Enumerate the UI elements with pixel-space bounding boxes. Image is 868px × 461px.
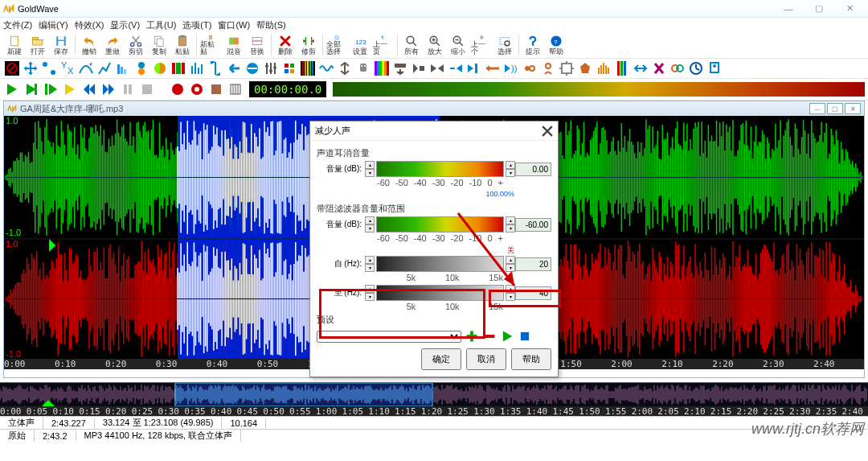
fx-voice-icon[interactable]	[539, 60, 557, 77]
fx-lowhi-icon[interactable]	[207, 60, 224, 77]
fx-bandpass-icon[interactable]	[170, 60, 187, 77]
fx-channel-icon[interactable]	[410, 60, 428, 77]
menu-view[interactable]: 显示(V)	[110, 19, 140, 31]
fx-voiceover-icon[interactable]	[706, 60, 723, 77]
fx-flanger-icon[interactable]	[317, 60, 335, 77]
to-spinner[interactable]: ▴▾	[365, 285, 375, 301]
vol-spinner[interactable]: ▴▾	[365, 161, 375, 177]
tb-selall-button[interactable]: { }全部选择	[326, 34, 348, 56]
tb-cut-button[interactable]: 剪切	[125, 34, 147, 56]
fx-param-icon[interactable]	[262, 60, 280, 77]
vol-spinner2[interactable]: ▴▾	[506, 161, 515, 177]
fx-spectrum2-icon[interactable]	[373, 60, 391, 77]
fx-eq-icon[interactable]	[188, 60, 206, 77]
fx-doppler-icon[interactable]	[77, 60, 95, 77]
bvol-spinner2[interactable]: ▴▾	[506, 216, 515, 233]
fx-shape-icon[interactable]	[576, 60, 594, 77]
menu-window[interactable]: 窗口(W)	[218, 19, 250, 31]
play-yellow-icon[interactable]	[61, 80, 79, 98]
fx-invert-icon[interactable]	[336, 60, 354, 77]
from-spinner[interactable]: ▴▾	[365, 256, 375, 272]
doc-max-button[interactable]: ▢	[827, 103, 843, 114]
menu-help[interactable]: 帮助(S)	[256, 19, 286, 31]
record-stop-icon[interactable]	[207, 80, 225, 98]
tb-zout-button[interactable]: 缩小	[447, 34, 469, 56]
volume-percent[interactable]: 100.00%	[317, 190, 514, 198]
rewind-icon[interactable]	[80, 80, 98, 98]
fx-yx-icon[interactable]: YX	[59, 60, 76, 77]
doc-min-button[interactable]: —	[809, 103, 825, 114]
pause-icon[interactable]	[119, 80, 137, 98]
fx-volshape-icon[interactable]: ))	[502, 60, 520, 77]
from-spinner2[interactable]: ▴▾	[506, 256, 515, 272]
from-value[interactable]: 20	[515, 257, 551, 271]
fx-mixer-icon[interactable]	[428, 60, 446, 77]
bvolume-off[interactable]: 关	[317, 245, 514, 256]
fx-reverb-icon[interactable]	[613, 60, 631, 77]
fx-silence-icon[interactable]	[650, 60, 668, 77]
tb-new-button[interactable]: 新建	[3, 34, 26, 56]
tb-repl-button[interactable]: 替换	[246, 34, 268, 56]
fx-plugin-icon[interactable]	[558, 60, 575, 77]
tb-open-button[interactable]: 打开	[27, 34, 49, 56]
fx-mechanize-icon[interactable]	[354, 60, 372, 77]
tb-pnew-button[interactable]: 新粘贴	[199, 34, 222, 56]
play-sel-icon[interactable]	[23, 80, 40, 98]
play-green-icon[interactable]	[3, 80, 21, 98]
help-button[interactable]: 帮助	[511, 348, 551, 370]
preset-del-icon[interactable]	[482, 329, 497, 344]
tb-paste-button[interactable]: 粘贴	[171, 34, 194, 56]
to-value[interactable]: 40	[515, 286, 551, 300]
tb-zsel-button[interactable]: 选择	[493, 34, 516, 56]
preset-stop-icon[interactable]	[518, 329, 532, 344]
tb-mix-button[interactable]: 混音	[223, 34, 245, 56]
fx-reverse-icon[interactable]	[632, 60, 649, 77]
menu-effect[interactable]: 特效(X)	[75, 19, 104, 31]
bvolume-value[interactable]: -60.00	[515, 218, 551, 232]
tb-redo-button[interactable]: 重做	[101, 34, 124, 56]
fx-time-icon[interactable]	[687, 60, 705, 77]
fx-pitch-icon[interactable]	[595, 60, 612, 77]
bvol-spinner[interactable]: ▴▾	[365, 216, 375, 233]
tb-copy-button[interactable]: 复制	[148, 34, 170, 56]
to-spinner2[interactable]: ▴▾	[506, 285, 515, 301]
preset-play-icon[interactable]	[500, 329, 514, 344]
overview-bar[interactable]	[0, 382, 868, 406]
properties-icon[interactable]	[227, 80, 244, 98]
fx-maxmatch-icon[interactable]	[465, 60, 483, 77]
cancel-button[interactable]: 取消	[466, 348, 506, 370]
fx-noexpr-icon[interactable]	[3, 60, 21, 77]
tb-zin-button[interactable]: 放大	[424, 34, 446, 56]
maximize-button[interactable]: ▢	[804, 1, 834, 17]
fx-offset-icon[interactable]	[391, 60, 409, 77]
fx-pan-icon[interactable]	[447, 60, 465, 77]
fx-echo-icon[interactable]	[114, 60, 132, 77]
tb-hint-button[interactable]: 提示	[522, 34, 544, 56]
fx-reduce-icon[interactable]	[484, 60, 502, 77]
fx-dyn-icon[interactable]	[96, 60, 113, 77]
close-button[interactable]: ✕	[834, 1, 865, 17]
fx-silred-icon[interactable]	[280, 60, 298, 77]
fx-autofilter-icon[interactable]	[151, 60, 169, 77]
preset-add-icon[interactable]	[465, 329, 479, 344]
tb-save-button[interactable]: 保存	[50, 34, 72, 56]
fx-xy-icon[interactable]	[40, 60, 58, 77]
play-loop-icon[interactable]	[42, 80, 59, 98]
preset-select[interactable]	[317, 331, 461, 343]
tb-help-button[interactable]: ?帮助	[545, 34, 567, 56]
fx-move-icon[interactable]	[22, 60, 39, 77]
fx-compress-icon[interactable]	[133, 60, 150, 77]
fx-stereo-icon[interactable]	[669, 60, 686, 77]
fx-fade-icon[interactable]	[521, 60, 538, 77]
record-cue-icon[interactable]	[188, 80, 206, 98]
doc-close-button[interactable]: ✕	[845, 103, 861, 114]
tb-prev-button[interactable]: 上一页	[372, 34, 395, 56]
tb-zall-button[interactable]: 所有	[400, 34, 423, 56]
record-icon[interactable]	[169, 80, 186, 98]
forward-icon[interactable]	[100, 80, 117, 98]
tb-undo-button[interactable]: 撤销	[78, 34, 100, 56]
fx-spectral-icon[interactable]	[299, 60, 317, 77]
tb-set-button[interactable]: 123设置	[349, 34, 371, 56]
menu-option[interactable]: 选项(T)	[182, 19, 211, 31]
ok-button[interactable]: 确定	[421, 348, 461, 370]
